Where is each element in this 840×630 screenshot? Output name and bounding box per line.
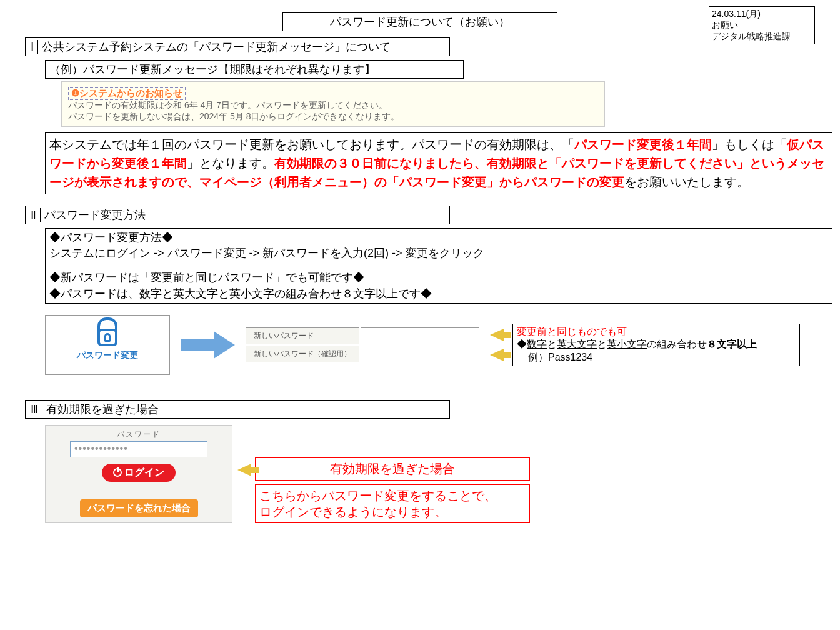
notice-line-1: パスワードの有効期限は令和 6年 4月 7日です。パスワードを更新してください。 <box>68 100 598 111</box>
section-1-body: 本システムでは年１回のパスワード更新をお願いしております。パスワードの有効期限は… <box>45 132 832 194</box>
example-heading: （例）パスワード更新メッセージ【期限はそれぞれ異なります】 <box>45 60 464 79</box>
notice-header: ❶システムからのお知らせ <box>68 87 186 100</box>
password-change-instructions: ◆パスワード変更方法◆ システムにログイン -> パスワード変更 -> 新パスワ… <box>45 228 832 304</box>
arrow-left-icon <box>490 329 504 341</box>
lock-icon <box>98 329 118 346</box>
meta-type: お願い <box>712 19 812 31</box>
login-button[interactable]: ログイン <box>102 464 176 482</box>
section-1-heading: Ⅰ 公共システム予約システムの「パスワード更新メッセージ」について <box>25 38 450 56</box>
password-rule-note: 変更前と同じものでも可 ◆数字と英大文字と英小文字の組み合わせ８文字以上 例）P… <box>512 324 800 366</box>
confirm-password-field[interactable] <box>361 346 479 362</box>
document-title: パスワード更新について（お願い） <box>282 12 558 31</box>
section-3-number: Ⅲ <box>29 402 42 416</box>
section-1-number: Ⅰ <box>29 40 38 54</box>
password-input-grid: 新しいパスワード 新しいパスワード（確認用） <box>244 326 481 364</box>
notice-line-2: パスワードを更新しない場合は、2024年 5月 8日からログインができなくなりま… <box>68 111 598 122</box>
password-change-illustration: パスワード変更 新しいパスワード 新しいパスワード（確認用） 変更前と同じもので… <box>45 315 815 375</box>
password-label: パスワード <box>52 429 226 440</box>
arrow-right-icon <box>214 331 235 359</box>
section-2-text: パスワード変更方法 <box>44 208 146 222</box>
section-1-text: 公共システム予約システムの「パスワード更新メッセージ」について <box>42 39 391 54</box>
meta-dept: デジタル戦略推進課 <box>712 31 812 42</box>
password-change-card[interactable]: パスワード変更 <box>45 315 170 375</box>
forgot-password-button[interactable]: パスワードを忘れた場合 <box>80 499 198 518</box>
section-3-heading: Ⅲ 有効期限を過ぎた場合 <box>25 400 450 419</box>
password-input[interactable]: ••••••••••••• <box>70 441 208 458</box>
section-2-heading: Ⅱ パスワード変更方法 <box>25 206 450 224</box>
password-change-label: パスワード変更 <box>77 350 138 361</box>
document-meta: 24.03.11(月) お願い デジタル戦略推進課 <box>709 6 815 44</box>
expired-section: パスワード ••••••••••••• ログイン パスワードを忘れた場合 有効期… <box>45 425 815 523</box>
power-icon <box>113 468 122 477</box>
expired-text-box: こちらからパスワード変更をすることで、ログインできるようになります。 <box>255 484 530 523</box>
login-panel: パスワード ••••••••••••• ログイン パスワードを忘れた場合 <box>45 425 232 523</box>
arrow-left-icon <box>490 349 504 361</box>
new-password-label: 新しいパスワード <box>246 328 359 344</box>
section-3-text: 有効期限を過ぎた場合 <box>46 402 159 417</box>
confirm-password-label: 新しいパスワード（確認用） <box>246 346 359 362</box>
section-2-number: Ⅱ <box>29 208 41 222</box>
arrow-left-icon <box>238 464 251 476</box>
expired-title-box: 有効期限を過ぎた場合 <box>255 458 530 481</box>
meta-date: 24.03.11(月) <box>712 8 812 19</box>
new-password-field[interactable] <box>361 328 479 344</box>
system-notice: ❶システムからのお知らせ パスワードの有効期限は令和 6年 4月 7日です。パス… <box>61 81 605 127</box>
